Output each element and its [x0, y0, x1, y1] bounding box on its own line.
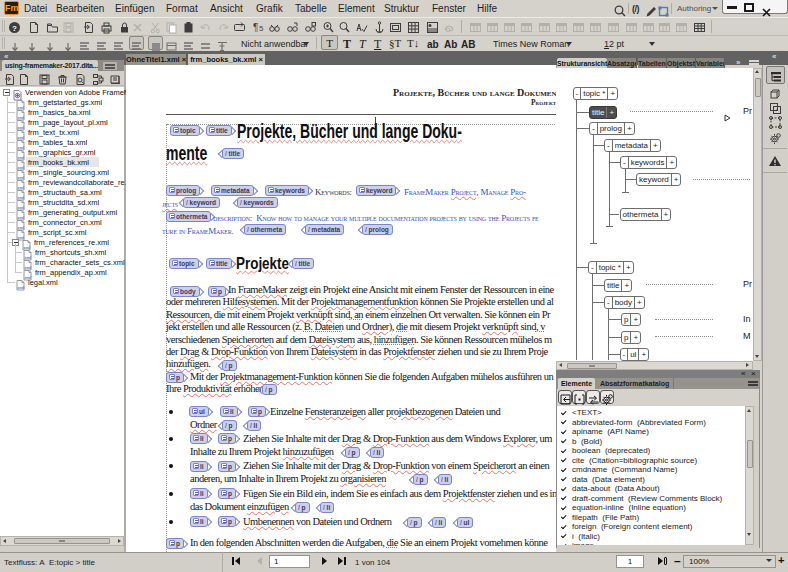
- svg-text:?: ?: [12, 24, 17, 33]
- svg-text:5: 5: [259, 24, 264, 33]
- svg-text:xml: xml: [17, 285, 24, 290]
- svg-text:¶: ¶: [253, 22, 258, 33]
